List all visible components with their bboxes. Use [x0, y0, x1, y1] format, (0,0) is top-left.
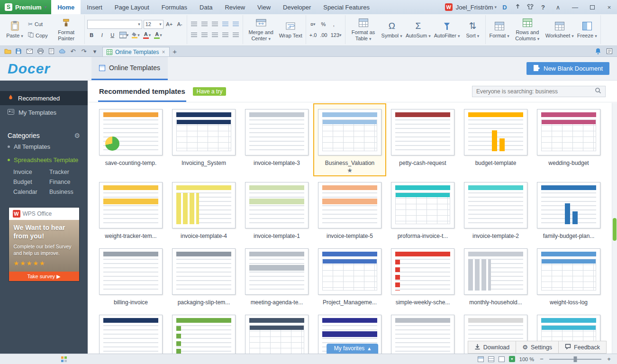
template-card[interactable]: invoice-template-5 — [313, 176, 386, 243]
worksheet-button[interactable]: Worksheet ▾ — [544, 16, 575, 44]
distribute-button[interactable] — [231, 31, 240, 40]
template-card[interactable]: billing-invoice — [94, 243, 167, 309]
font-color-button[interactable]: A ▾ — [142, 31, 152, 40]
view-page-break-icon[interactable] — [499, 356, 505, 362]
template-card[interactable]: weight-loss-log — [532, 243, 605, 309]
comma-style-button[interactable]: , — [329, 20, 338, 29]
favorite-star-icon[interactable]: ★ — [347, 167, 353, 173]
document-tab-online-templates[interactable]: Online Templates × — [102, 47, 170, 56]
increase-decimal-button[interactable]: +.0 — [308, 31, 318, 40]
template-card[interactable]: save-counting-temp. — [94, 103, 167, 170]
print-icon[interactable] — [36, 48, 44, 54]
font-size-combo[interactable]: 12 ▾ — [144, 20, 163, 29]
menu-tab-review[interactable]: Review — [218, 0, 251, 14]
more-commands-icon[interactable]: ▾ — [91, 48, 99, 55]
template-card[interactable] — [240, 309, 313, 354]
template-card[interactable]: Project_Manageme... — [313, 243, 386, 309]
sidebar-subcategory-business[interactable]: Business — [49, 189, 85, 195]
tab-close-icon[interactable]: × — [162, 49, 165, 55]
cloud-sync-icon[interactable] — [58, 49, 66, 54]
view-normal-icon[interactable] — [478, 356, 484, 362]
docer-icon[interactable]: D — [500, 4, 509, 11]
template-card[interactable]: petty-cash-request — [386, 103, 459, 170]
zoom-slider-thumb[interactable] — [574, 356, 577, 362]
open-folder-icon[interactable] — [4, 48, 11, 54]
template-card[interactable]: wedding-budget — [532, 103, 605, 170]
notification-bell-icon[interactable] — [594, 48, 602, 55]
borders-button[interactable]: ▾ — [118, 31, 130, 40]
number-format-button[interactable]: 123 ▾ — [330, 31, 343, 40]
template-card[interactable]: invoice-template-2 — [459, 176, 532, 243]
sheet-view-icon[interactable]: ▾ — [509, 356, 515, 362]
template-card[interactable]: Invoicing_System — [167, 103, 240, 170]
theme-skin-icon[interactable] — [526, 4, 535, 11]
template-search[interactable] — [472, 86, 606, 97]
take-survey-button[interactable]: Take survey ▶ — [9, 272, 79, 281]
menu-tab-page-layout[interactable]: Page Layout — [109, 0, 155, 14]
export-icon[interactable] — [26, 49, 33, 54]
minimize-button[interactable]: — — [568, 0, 582, 14]
template-card[interactable]: packaging-slip-tem... — [167, 243, 240, 309]
underline-button[interactable]: U — [108, 31, 117, 40]
format-painter-button[interactable]: Format Painter — [51, 16, 82, 44]
font-name-combo[interactable]: ▾ — [87, 20, 142, 29]
upload-icon[interactable] — [513, 3, 522, 11]
feedback-button[interactable]: Feedback — [559, 341, 607, 354]
sidebar-subcategory-finance[interactable]: Finance — [49, 179, 85, 185]
view-page-layout-icon[interactable] — [488, 356, 494, 362]
shrink-font-button[interactable]: A- — [175, 20, 184, 29]
template-card[interactable]: invoice-template-4 — [167, 176, 240, 243]
align-bottom-button[interactable] — [210, 20, 219, 29]
currency-format-button[interactable]: ¤ ▾ — [308, 20, 318, 29]
template-card[interactable]: meeting-agenda-te... — [240, 243, 313, 309]
menu-tab-view[interactable]: View — [251, 0, 277, 14]
collapse-ribbon-icon[interactable]: ∧ — [551, 0, 565, 14]
zoom-in-button[interactable]: + — [606, 355, 612, 363]
template-card[interactable]: budget-template — [459, 103, 532, 170]
user-menu[interactable]: Joel_Friström ▾ — [456, 4, 497, 11]
justify-button[interactable] — [221, 31, 230, 40]
sidebar-subcategory-calendar[interactable]: Calendar — [13, 189, 49, 195]
template-card[interactable]: invoice-template-1 — [240, 176, 313, 243]
sidebar-item-all-templates[interactable]: All Templates — [0, 140, 88, 153]
sort-button[interactable]: ⇅ Sort ▾ — [462, 16, 483, 44]
sidebar-item-recommended[interactable]: Recommended — [0, 91, 88, 105]
symbol-button[interactable]: Ω Symbol ▾ — [381, 16, 403, 44]
save-icon[interactable] — [15, 48, 22, 54]
search-icon[interactable] — [595, 87, 601, 95]
align-top-button[interactable] — [190, 20, 199, 29]
increase-indent-button[interactable] — [231, 20, 240, 29]
zoom-slider[interactable] — [549, 359, 601, 360]
avatar[interactable]: W — [445, 3, 453, 11]
format-as-table-button[interactable]: Format as Table ▾ — [348, 16, 379, 44]
menu-tab-developer[interactable]: Developer — [277, 0, 317, 14]
grow-font-button[interactable]: A+ — [165, 20, 174, 29]
highlight-color-button[interactable]: A ▾ — [153, 31, 163, 40]
settings-button[interactable]: ⚙ Settings — [516, 341, 559, 354]
bold-button[interactable]: B — [87, 31, 96, 40]
rows-columns-button[interactable]: Rows and Columns ▾ — [512, 16, 543, 44]
freeze-button[interactable]: Freeze ▾ — [576, 16, 598, 44]
template-card[interactable]: Business_Valuation★ — [313, 103, 386, 176]
sidebar-subcategory-budget[interactable]: Budget — [13, 179, 49, 185]
scrollbar-thumb[interactable] — [613, 218, 617, 241]
decrease-decimal-button[interactable]: .00 — [319, 31, 328, 40]
gear-icon[interactable]: ⚙ — [74, 132, 80, 139]
autosum-button[interactable]: Σ AutoSum ▾ — [405, 16, 432, 44]
premium-button[interactable]: S Premium ▾ — [0, 0, 51, 14]
cut-button[interactable]: ✂ Cut — [27, 19, 49, 29]
redo-icon[interactable]: ↷ — [80, 48, 88, 55]
zoom-out-button[interactable]: − — [538, 355, 545, 363]
task-pane-icon[interactable] — [606, 48, 613, 54]
align-left-button[interactable] — [190, 31, 199, 40]
align-right-button[interactable] — [210, 31, 219, 40]
menu-tab-data[interactable]: Data — [193, 0, 218, 14]
grid-shortcut-icon[interactable] — [61, 356, 67, 363]
maximize-button[interactable] — [585, 0, 599, 14]
align-center-button[interactable] — [200, 31, 209, 40]
sidebar-item-my-templates[interactable]: My Templates — [0, 105, 88, 119]
undo-icon[interactable]: ↶ — [69, 48, 77, 55]
template-card[interactable] — [386, 309, 459, 354]
sidebar-item-spreadsheets-template[interactable]: Spreadsheets Template — [0, 154, 88, 166]
decrease-indent-button[interactable] — [221, 20, 230, 29]
